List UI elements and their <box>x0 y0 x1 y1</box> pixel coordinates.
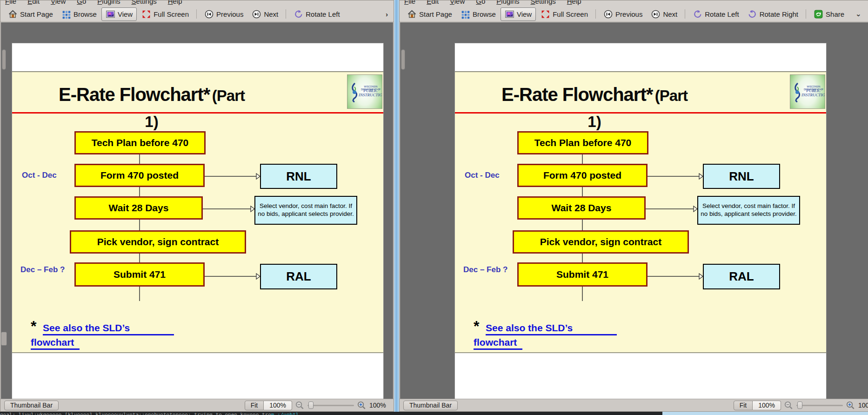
previous-button[interactable]: Previous <box>600 8 646 20</box>
zoom-slider-groove <box>796 405 843 406</box>
rotate-left-button[interactable]: Rotate Left <box>689 8 742 20</box>
sld-flowchart-link-line2[interactable]: flowchart <box>31 337 80 350</box>
menu-edit[interactable]: Edit <box>427 0 439 6</box>
zoom-out-icon[interactable] <box>784 401 794 410</box>
menu-help[interactable]: Help <box>168 0 182 6</box>
desktop: File Edit View Go Plugins Settings Help … <box>0 0 868 415</box>
slide-panel: E-Rate Flowchart* (Part 1) WISCONSIN DEP… <box>12 71 383 353</box>
image-view-icon <box>505 9 514 19</box>
sidebar-grip[interactable] <box>401 49 405 70</box>
menu-view[interactable]: View <box>51 0 66 6</box>
start-page-button[interactable]: Start Page <box>4 8 57 20</box>
flow-box-form-470: Form 470 posted <box>74 164 205 187</box>
view-button[interactable]: View <box>501 7 536 21</box>
flow-box-tech-plan: Tech Plan before 470 <box>517 131 648 154</box>
menu-settings[interactable]: Settings <box>132 0 157 6</box>
share-icon <box>814 9 823 19</box>
link-underline-extension <box>74 339 80 350</box>
period-label-dec-feb: Dec – Feb ? <box>463 265 507 274</box>
menu-help[interactable]: Help <box>567 0 581 6</box>
share-button[interactable]: Share <box>810 8 848 20</box>
fit-button[interactable]: Fit <box>734 401 753 410</box>
previous-button[interactable]: Previous <box>200 8 247 20</box>
menu-file[interactable]: File <box>5 0 16 6</box>
rotate-left-icon <box>693 9 702 19</box>
period-label-dec-feb: Dec – Feb ? <box>20 265 65 274</box>
thumbnail-bar-button[interactable]: Thumbnail Bar <box>403 401 458 410</box>
browse-button[interactable]: Browse <box>58 8 100 20</box>
document-viewer-window-right: File Edit View Go Plugins Settings Help … <box>399 0 868 412</box>
zoom-in-icon[interactable] <box>357 401 367 410</box>
toolbar-overflow-chevron[interactable]: › <box>386 10 390 18</box>
link-underline-extension <box>130 325 174 335</box>
previous-icon <box>603 9 613 19</box>
menu-settings[interactable]: Settings <box>531 0 556 6</box>
full-screen-button[interactable]: Full Screen <box>537 8 592 20</box>
menu-go[interactable]: Go <box>476 0 485 6</box>
rotate-right-button[interactable]: Rotate Right <box>744 8 802 20</box>
flow-box-rnl: RNL <box>260 164 337 189</box>
menu-bar: File Edit View Go Plugins Settings Help <box>0 0 394 7</box>
scrollbar-handle[interactable] <box>1 332 7 346</box>
menu-go[interactable]: Go <box>77 0 86 6</box>
menu-bar: File Edit View Go Plugins Settings Help <box>400 0 868 7</box>
next-icon <box>252 9 261 19</box>
rotate-left-button[interactable]: Rotate Left <box>290 8 343 20</box>
rotate-left-icon <box>294 9 303 19</box>
sld-flowchart-link-line1[interactable]: See also the SLD’s <box>43 322 174 335</box>
document-view-area: E-Rate Flowchart* (Part 1) WISCONSIN DEP… <box>400 22 868 399</box>
browse-grid-icon <box>461 9 470 19</box>
next-button[interactable]: Next <box>248 8 282 20</box>
zoom-slider-handle[interactable] <box>797 402 802 409</box>
fit-button[interactable]: Fit <box>245 401 264 410</box>
next-button[interactable]: Next <box>647 8 681 20</box>
toolbar-separator <box>685 9 685 19</box>
footnote-asterisk: * <box>31 318 36 335</box>
menu-view[interactable]: View <box>450 0 465 6</box>
flow-box-pick-vendor: Pick vendor, sign contract <box>70 230 246 254</box>
zoom-percent-button[interactable]: 100% <box>753 401 781 410</box>
zoom-out-icon[interactable] <box>295 401 305 410</box>
sld-flowchart-link-line2[interactable]: flowchart <box>474 337 522 350</box>
menu-plugins[interactable]: Plugins <box>97 0 120 6</box>
flow-box-vendor-note: Select vendor, cost main factor. If no b… <box>254 196 357 225</box>
toolbar-separator <box>286 9 286 19</box>
slide-panel: E-Rate Flowchart* (Part 1) WISCONSIN DEP… <box>455 71 826 353</box>
zoom-slider[interactable] <box>796 401 843 410</box>
view-button[interactable]: View <box>101 7 137 21</box>
terminal-text-strip: goal: livvl:vkgooooo [klvoooo] klvoooouv… <box>0 412 662 415</box>
menu-plugins[interactable]: Plugins <box>496 0 519 6</box>
zoom-slider[interactable] <box>307 401 354 410</box>
document-view-area: E-Rate Flowchart* (Part 1) WISCONSIN DEP… <box>1 22 393 399</box>
zoom-in-icon[interactable] <box>846 401 855 410</box>
rotate-right-icon <box>748 9 757 19</box>
image-view-icon <box>106 9 115 19</box>
full-screen-button[interactable]: Full Screen <box>138 8 193 20</box>
zoom-percent-button[interactable]: 100% <box>264 401 292 410</box>
zoom-level-label: 100% <box>369 402 388 409</box>
flow-box-submit-471: Submit 471 <box>74 262 205 287</box>
document-page: E-Rate Flowchart* (Part 1) WISCONSIN DEP… <box>12 43 384 399</box>
thumbnail-bar-button[interactable]: Thumbnail Bar <box>4 401 59 410</box>
flow-box-wait-28: Wait 28 Days <box>74 196 203 220</box>
document-page: E-Rate Flowchart* (Part 1) WISCONSIN DEP… <box>454 43 827 399</box>
menu-file[interactable]: File <box>404 0 415 6</box>
sld-flowchart-link-line1[interactable]: See also the SLD’s <box>486 322 617 335</box>
status-bar: Thumbnail Bar Fit 100% 100% <box>400 399 868 411</box>
background-blue-strip <box>662 412 868 415</box>
link-underline-extension <box>573 325 617 335</box>
start-page-button[interactable]: Start Page <box>403 8 456 20</box>
menu-edit[interactable]: Edit <box>27 0 40 6</box>
fullscreen-arrows-icon <box>141 9 151 19</box>
zoom-slider-handle[interactable] <box>308 402 314 409</box>
toolbar-separator <box>196 9 197 19</box>
zoom-controls: Fit 100% 100% <box>245 401 388 410</box>
browse-button[interactable]: Browse <box>457 8 500 20</box>
home-icon <box>8 9 18 19</box>
flow-box-form-470: Form 470 posted <box>517 164 648 187</box>
flow-box-pick-vendor: Pick vendor, sign contract <box>513 230 689 254</box>
toolbar-overflow-chevron[interactable]: ⌄ <box>855 10 861 18</box>
sidebar-grip[interactable] <box>2 49 6 70</box>
flow-box-ral: RAL <box>260 264 337 289</box>
flow-box-rnl: RNL <box>703 164 780 189</box>
